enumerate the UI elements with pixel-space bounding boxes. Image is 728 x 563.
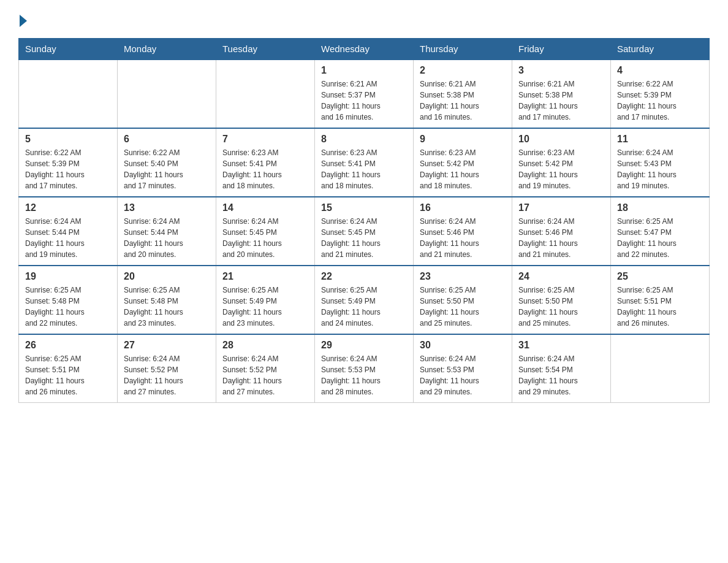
calendar-cell: 8Sunrise: 6:23 AM Sunset: 5:41 PM Daylig… — [315, 128, 414, 197]
calendar-cell — [19, 59, 118, 128]
cell-day-number: 20 — [124, 271, 210, 282]
cell-day-number: 6 — [124, 134, 210, 145]
cell-day-number: 16 — [420, 202, 506, 213]
calendar-cell: 5Sunrise: 6:22 AM Sunset: 5:39 PM Daylig… — [19, 128, 118, 197]
cell-sun-info: Sunrise: 6:22 AM Sunset: 5:39 PM Dayligh… — [25, 147, 111, 191]
calendar-cell: 7Sunrise: 6:23 AM Sunset: 5:41 PM Daylig… — [216, 128, 315, 197]
calendar-cell: 18Sunrise: 6:25 AM Sunset: 5:47 PM Dayli… — [611, 197, 710, 266]
cell-sun-info: Sunrise: 6:22 AM Sunset: 5:40 PM Dayligh… — [124, 147, 210, 191]
calendar-cell: 2Sunrise: 6:21 AM Sunset: 5:38 PM Daylig… — [414, 59, 512, 128]
cell-day-number: 9 — [420, 134, 506, 145]
cell-day-number: 13 — [124, 202, 210, 213]
cell-day-number: 2 — [420, 65, 506, 76]
calendar-cell: 25Sunrise: 6:25 AM Sunset: 5:51 PM Dayli… — [611, 266, 710, 334]
calendar-cell: 21Sunrise: 6:25 AM Sunset: 5:49 PM Dayli… — [216, 266, 315, 334]
calendar-cell: 30Sunrise: 6:24 AM Sunset: 5:53 PM Dayli… — [414, 334, 512, 403]
calendar-cell: 17Sunrise: 6:24 AM Sunset: 5:46 PM Dayli… — [512, 197, 611, 266]
cell-sun-info: Sunrise: 6:25 AM Sunset: 5:49 PM Dayligh… — [222, 285, 308, 329]
week-row-2: 5Sunrise: 6:22 AM Sunset: 5:39 PM Daylig… — [19, 128, 710, 197]
cell-sun-info: Sunrise: 6:24 AM Sunset: 5:46 PM Dayligh… — [420, 216, 506, 260]
cell-day-number: 22 — [321, 271, 407, 282]
cell-day-number: 7 — [222, 134, 308, 145]
calendar-cell: 26Sunrise: 6:25 AM Sunset: 5:51 PM Dayli… — [19, 334, 118, 403]
calendar-cell: 28Sunrise: 6:24 AM Sunset: 5:52 PM Dayli… — [216, 334, 315, 403]
cell-day-number: 30 — [420, 340, 506, 351]
cell-sun-info: Sunrise: 6:25 AM Sunset: 5:49 PM Dayligh… — [321, 285, 407, 329]
cell-day-number: 17 — [518, 202, 604, 213]
cell-sun-info: Sunrise: 6:23 AM Sunset: 5:42 PM Dayligh… — [420, 147, 506, 191]
logo-arrow-icon — [20, 15, 27, 27]
cell-day-number: 15 — [321, 202, 407, 213]
cell-day-number: 29 — [321, 340, 407, 351]
cell-sun-info: Sunrise: 6:21 AM Sunset: 5:38 PM Dayligh… — [518, 79, 604, 123]
calendar-header-row: SundayMondayTuesdayWednesdayThursdayFrid… — [19, 39, 710, 60]
cell-sun-info: Sunrise: 6:24 AM Sunset: 5:45 PM Dayligh… — [222, 216, 308, 260]
cell-day-number: 18 — [617, 202, 703, 213]
day-header-tuesday: Tuesday — [216, 39, 315, 60]
cell-sun-info: Sunrise: 6:24 AM Sunset: 5:44 PM Dayligh… — [124, 216, 210, 260]
cell-day-number: 27 — [124, 340, 210, 351]
cell-sun-info: Sunrise: 6:25 AM Sunset: 5:47 PM Dayligh… — [617, 216, 703, 260]
calendar-cell: 29Sunrise: 6:24 AM Sunset: 5:53 PM Dayli… — [315, 334, 414, 403]
calendar-cell: 23Sunrise: 6:25 AM Sunset: 5:50 PM Dayli… — [414, 266, 512, 334]
cell-sun-info: Sunrise: 6:25 AM Sunset: 5:48 PM Dayligh… — [25, 285, 111, 329]
calendar-cell: 13Sunrise: 6:24 AM Sunset: 5:44 PM Dayli… — [118, 197, 216, 266]
day-header-friday: Friday — [512, 39, 611, 60]
page-header — [18, 15, 710, 27]
cell-sun-info: Sunrise: 6:24 AM Sunset: 5:54 PM Dayligh… — [518, 353, 604, 397]
cell-sun-info: Sunrise: 6:24 AM Sunset: 5:53 PM Dayligh… — [420, 353, 506, 397]
cell-day-number: 25 — [617, 271, 703, 282]
calendar-cell: 24Sunrise: 6:25 AM Sunset: 5:50 PM Dayli… — [512, 266, 611, 334]
cell-day-number: 12 — [25, 202, 111, 213]
calendar-cell: 10Sunrise: 6:23 AM Sunset: 5:42 PM Dayli… — [512, 128, 611, 197]
calendar-cell: 19Sunrise: 6:25 AM Sunset: 5:48 PM Dayli… — [19, 266, 118, 334]
day-header-thursday: Thursday — [414, 39, 512, 60]
cell-day-number: 5 — [25, 134, 111, 145]
calendar-cell: 3Sunrise: 6:21 AM Sunset: 5:38 PM Daylig… — [512, 59, 611, 128]
cell-day-number: 23 — [420, 271, 506, 282]
cell-day-number: 8 — [321, 134, 407, 145]
calendar-cell: 1Sunrise: 6:21 AM Sunset: 5:37 PM Daylig… — [315, 59, 414, 128]
cell-day-number: 14 — [222, 202, 308, 213]
cell-sun-info: Sunrise: 6:25 AM Sunset: 5:51 PM Dayligh… — [25, 353, 111, 397]
day-header-saturday: Saturday — [611, 39, 710, 60]
calendar-cell: 15Sunrise: 6:24 AM Sunset: 5:45 PM Dayli… — [315, 197, 414, 266]
day-header-wednesday: Wednesday — [315, 39, 414, 60]
cell-day-number: 21 — [222, 271, 308, 282]
week-row-1: 1Sunrise: 6:21 AM Sunset: 5:37 PM Daylig… — [19, 59, 710, 128]
cell-day-number: 28 — [222, 340, 308, 351]
logo — [18, 15, 27, 27]
cell-day-number: 10 — [518, 134, 604, 145]
cell-day-number: 31 — [518, 340, 604, 351]
cell-day-number: 4 — [617, 65, 703, 76]
day-header-sunday: Sunday — [19, 39, 118, 60]
calendar-cell: 14Sunrise: 6:24 AM Sunset: 5:45 PM Dayli… — [216, 197, 315, 266]
cell-sun-info: Sunrise: 6:22 AM Sunset: 5:39 PM Dayligh… — [617, 79, 703, 123]
cell-sun-info: Sunrise: 6:24 AM Sunset: 5:44 PM Dayligh… — [25, 216, 111, 260]
week-row-3: 12Sunrise: 6:24 AM Sunset: 5:44 PM Dayli… — [19, 197, 710, 266]
cell-day-number: 3 — [518, 65, 604, 76]
cell-sun-info: Sunrise: 6:24 AM Sunset: 5:52 PM Dayligh… — [222, 353, 308, 397]
week-row-5: 26Sunrise: 6:25 AM Sunset: 5:51 PM Dayli… — [19, 334, 710, 403]
calendar-cell — [118, 59, 216, 128]
cell-day-number: 24 — [518, 271, 604, 282]
calendar-cell — [611, 334, 710, 403]
calendar-cell: 27Sunrise: 6:24 AM Sunset: 5:52 PM Dayli… — [118, 334, 216, 403]
calendar-cell: 12Sunrise: 6:24 AM Sunset: 5:44 PM Dayli… — [19, 197, 118, 266]
calendar-cell: 11Sunrise: 6:24 AM Sunset: 5:43 PM Dayli… — [611, 128, 710, 197]
cell-sun-info: Sunrise: 6:23 AM Sunset: 5:41 PM Dayligh… — [222, 147, 308, 191]
cell-sun-info: Sunrise: 6:23 AM Sunset: 5:42 PM Dayligh… — [518, 147, 604, 191]
calendar-cell: 9Sunrise: 6:23 AM Sunset: 5:42 PM Daylig… — [414, 128, 512, 197]
week-row-4: 19Sunrise: 6:25 AM Sunset: 5:48 PM Dayli… — [19, 266, 710, 334]
calendar-cell: 16Sunrise: 6:24 AM Sunset: 5:46 PM Dayli… — [414, 197, 512, 266]
cell-sun-info: Sunrise: 6:23 AM Sunset: 5:41 PM Dayligh… — [321, 147, 407, 191]
cell-day-number: 1 — [321, 65, 407, 76]
calendar-cell: 31Sunrise: 6:24 AM Sunset: 5:54 PM Dayli… — [512, 334, 611, 403]
cell-sun-info: Sunrise: 6:24 AM Sunset: 5:46 PM Dayligh… — [518, 216, 604, 260]
cell-sun-info: Sunrise: 6:24 AM Sunset: 5:53 PM Dayligh… — [321, 353, 407, 397]
cell-day-number: 26 — [25, 340, 111, 351]
cell-sun-info: Sunrise: 6:24 AM Sunset: 5:45 PM Dayligh… — [321, 216, 407, 260]
calendar-cell — [216, 59, 315, 128]
cell-sun-info: Sunrise: 6:25 AM Sunset: 5:51 PM Dayligh… — [617, 285, 703, 329]
day-header-monday: Monday — [118, 39, 216, 60]
